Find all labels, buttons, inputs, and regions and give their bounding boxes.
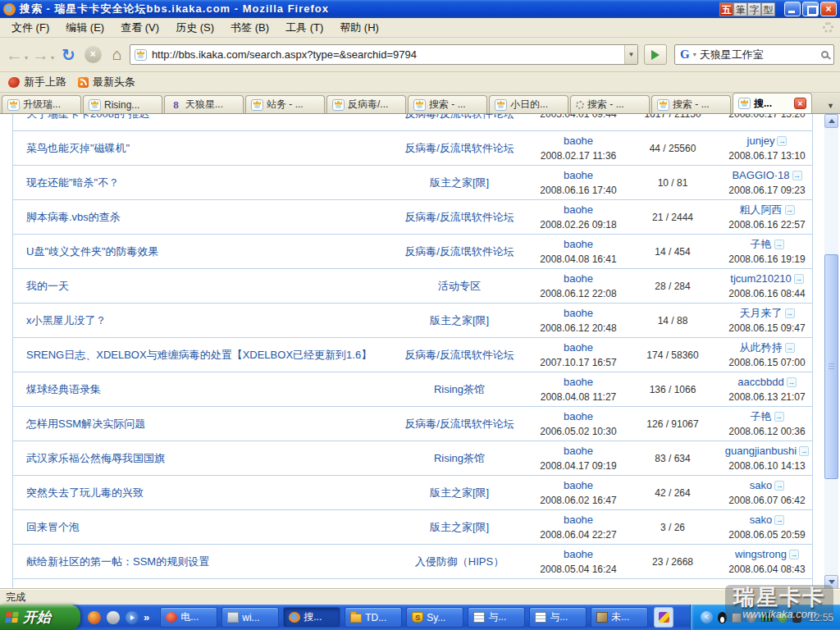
- board-link[interactable]: 反病毒/反流氓软件论坛: [404, 349, 514, 361]
- goto-last-post-icon[interactable]: →: [774, 240, 784, 249]
- last-poster-name[interactable]: junjey: [747, 135, 775, 147]
- engine-dropdown-icon[interactable]: ▾: [693, 51, 696, 58]
- last-poster-name[interactable]: 子艳: [751, 238, 772, 250]
- goto-last-post-icon[interactable]: →: [785, 343, 795, 353]
- menu-item-6[interactable]: 帮助 (H): [331, 18, 387, 38]
- taskbar-button-1[interactable]: wi...: [221, 607, 279, 628]
- media-player-icon[interactable]: [126, 611, 139, 624]
- board-link[interactable]: 活动专区: [438, 280, 481, 292]
- scroll-up-icon[interactable]: [824, 114, 838, 128]
- tab-list-dropdown-icon[interactable]: ▼: [827, 102, 838, 113]
- browser-tab-6[interactable]: 小日的...: [489, 95, 568, 113]
- poster-name[interactable]: baohe: [564, 410, 593, 422]
- last-poster-name[interactable]: 从此矜持: [740, 341, 783, 354]
- topic-title-link[interactable]: 武汉家乐福公然侮辱我国国旗: [26, 452, 165, 464]
- browser-e-icon[interactable]: [107, 611, 120, 624]
- browser-tab-9[interactable]: 搜...×: [733, 93, 812, 113]
- last-poster-name[interactable]: wingstrong: [735, 548, 787, 560]
- ime-indicator[interactable]: 五筆字型: [719, 2, 775, 16]
- browser-tab-4[interactable]: 反病毒/...: [326, 95, 406, 113]
- poster-name[interactable]: baohe: [564, 479, 593, 491]
- board-link[interactable]: 反病毒/反流氓软件论坛: [404, 142, 514, 154]
- forward-button[interactable]: →: [32, 47, 49, 63]
- browser-tab-5[interactable]: 搜索 - ...: [408, 95, 487, 113]
- last-poster-name[interactable]: BAGGIO·18: [732, 169, 789, 181]
- poster-name[interactable]: baohe: [564, 238, 593, 250]
- board-link[interactable]: 版主之家[限]: [430, 486, 489, 499]
- topic-title-link[interactable]: 脚本病毒.vbs的查杀: [26, 211, 121, 223]
- board-link[interactable]: 反病毒/反流氓软件论坛: [404, 114, 514, 120]
- goto-last-post-icon[interactable]: →: [789, 550, 799, 559]
- taskbar-button-0[interactable]: 电...: [160, 607, 217, 628]
- taskbar-button-7[interactable]: 未...: [591, 607, 648, 628]
- url-text[interactable]: http://bbs.ikaka.com/search.aspx?type=&s…: [152, 48, 417, 61]
- taskbar-button-6[interactable]: 与...: [529, 607, 587, 628]
- menu-item-0[interactable]: 文件 (F): [3, 18, 57, 38]
- menu-item-4[interactable]: 书签 (B): [222, 18, 277, 38]
- search-input-value[interactable]: 天狼星工作室: [700, 48, 764, 62]
- last-poster-name[interactable]: 天月来了: [740, 307, 783, 319]
- topic-title-link[interactable]: 怎样用SSM解决实际问题: [26, 418, 145, 430]
- goto-last-post-icon[interactable]: →: [785, 308, 795, 318]
- url-history-dropdown-icon[interactable]: ▼: [624, 45, 637, 64]
- taskbar-button-3[interactable]: TD...: [345, 607, 402, 628]
- taskbar-button-5[interactable]: 与...: [468, 607, 525, 628]
- forward-dropdown-icon[interactable]: ▾: [51, 54, 54, 62]
- browser-tab-3[interactable]: 站务 - ...: [245, 95, 325, 113]
- back-button[interactable]: ←: [6, 47, 23, 63]
- board-link[interactable]: 反病毒/反流氓软件论坛: [404, 211, 514, 223]
- browser-tab-0[interactable]: 升级瑞...: [2, 95, 81, 113]
- poster-name[interactable]: baohe: [564, 341, 593, 354]
- goto-last-post-icon[interactable]: →: [787, 377, 797, 387]
- goto-last-post-icon[interactable]: →: [792, 171, 802, 180]
- tray-collapse-icon[interactable]: <: [701, 611, 713, 623]
- bookmark-getting-started[interactable]: 新手上路: [8, 75, 66, 89]
- back-dropdown-icon[interactable]: ▾: [25, 54, 28, 62]
- start-button[interactable]: 开始: [0, 605, 80, 630]
- topic-title-link[interactable]: 献给新社区的第一帖：SSM的规则设置: [26, 555, 209, 568]
- board-link[interactable]: 版主之家[限]: [430, 314, 489, 326]
- poster-name[interactable]: baohe: [564, 135, 593, 147]
- poster-name[interactable]: baohe: [564, 548, 593, 560]
- address-bar[interactable]: http://bbs.ikaka.com/search.aspx?type=&s…: [130, 44, 638, 65]
- board-link[interactable]: 反病毒/反流氓软件论坛: [404, 418, 514, 430]
- goto-last-post-icon[interactable]: →: [774, 481, 784, 491]
- taskbar-button-2[interactable]: 搜...: [283, 607, 340, 628]
- poster-name[interactable]: baohe: [564, 445, 593, 457]
- goto-last-post-icon[interactable]: →: [785, 205, 795, 215]
- last-poster-name[interactable]: guangjianbushi: [725, 445, 797, 457]
- board-link[interactable]: 版主之家[限]: [430, 176, 489, 189]
- board-link[interactable]: 反病毒/反流氓软件论坛: [404, 245, 514, 258]
- search-bar[interactable]: G ▾ 天狼星工作室: [674, 44, 834, 65]
- goto-last-post-icon[interactable]: →: [794, 274, 804, 284]
- topic-title-link[interactable]: 我的一天: [26, 280, 69, 292]
- last-poster-name[interactable]: aaccbbdd: [737, 376, 783, 388]
- minimize-button[interactable]: [784, 2, 801, 16]
- goto-last-post-icon[interactable]: →: [774, 515, 784, 525]
- bookmark-label[interactable]: 最新头条: [93, 75, 135, 89]
- bookmark-latest-headlines[interactable]: 最新头条: [78, 75, 135, 89]
- google-engine-icon[interactable]: G: [680, 48, 690, 62]
- browser-tab-8[interactable]: 搜索 - ...: [651, 95, 731, 113]
- last-poster-name[interactable]: sako: [750, 479, 772, 491]
- goto-last-post-icon[interactable]: →: [799, 446, 809, 456]
- topic-title-link[interactable]: x小黑屋儿没了？: [26, 314, 107, 326]
- tab-close-icon[interactable]: ×: [794, 98, 806, 109]
- go-button[interactable]: [644, 44, 667, 65]
- poster-name[interactable]: baohe: [564, 203, 593, 216]
- topic-title-link[interactable]: 关于瑞星卡卡2008的"推迟": [26, 114, 153, 120]
- menu-item-5[interactable]: 工具 (T): [277, 18, 331, 38]
- restore-button[interactable]: [802, 2, 819, 16]
- poster-name[interactable]: baohe: [564, 514, 593, 526]
- close-button[interactable]: ×: [820, 2, 837, 16]
- maxthon-icon[interactable]: [88, 611, 101, 624]
- goto-last-post-icon[interactable]: →: [777, 136, 787, 146]
- topic-title-link[interactable]: 回来冒个泡: [26, 521, 80, 533]
- browser-tab-2[interactable]: 8天狼星...: [164, 95, 244, 113]
- menu-item-3[interactable]: 历史 (S): [167, 18, 222, 38]
- scrollbar-thumb[interactable]: [824, 254, 838, 479]
- start-label[interactable]: 开始: [23, 608, 51, 627]
- quick-launch-overflow-icon[interactable]: »: [144, 611, 149, 623]
- poster-name[interactable]: baohe: [564, 376, 593, 388]
- pinned-app-button[interactable]: [654, 607, 673, 628]
